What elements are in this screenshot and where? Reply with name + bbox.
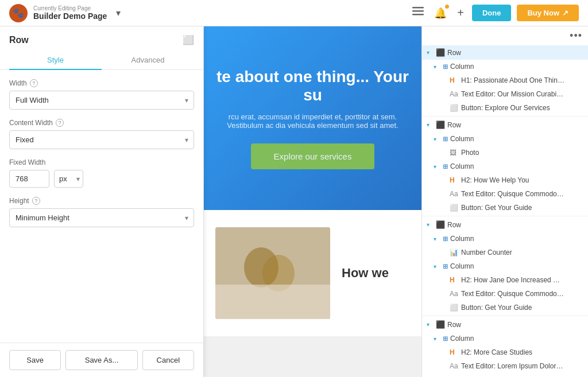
right-panel: ••• ▾ ⬛ Row ▾ ⊞ Column H H1: Passionate … [421,26,588,377]
unit-select[interactable]: px % em [54,170,83,188]
content-width-field-group: Content Width ? Fixed Full Width ▾ [9,119,194,149]
tree-label-text-2: Text Editor: Quisque Commodo Id Mi Non P… [461,190,564,198]
tree-label-col-2: Column [450,135,474,143]
tree-row-col-3[interactable]: ▾ ⊞ Column [422,160,588,173]
tree-row-photo-1[interactable]: 🖼 Photo [422,146,588,160]
logo-icon: 🐾 [9,4,28,22]
fixed-width-label: Fixed Width [9,158,194,166]
main-layout: Row ⬜ Style Advanced Width ? Full Width … [0,26,588,377]
hero-text: te about one thing... Your su [204,68,421,104]
page-dropdown-button[interactable]: ▾ [113,6,124,20]
tree-row-col-4[interactable]: ▾ ⊞ Column [422,232,588,246]
more-options-button[interactable]: ••• [570,30,582,42]
fixed-width-input[interactable] [9,170,49,188]
save-button[interactable]: Save [9,350,61,370]
buy-now-button[interactable]: Buy Now ↗ [517,5,579,21]
tree-row-col-5[interactable]: ▾ ⊞ Column [422,259,588,273]
content-width-select-wrapper: Fixed Full Width ▾ [9,130,194,149]
tree-row-counter[interactable]: 📊 Number Counter [422,246,588,259]
tree-row-h2-1[interactable]: H H2: How We Help You [422,173,588,187]
row-icon-3: ⬛ [436,220,445,229]
top-bar-right: 🔔 + Done Buy Now ↗ [410,4,579,22]
tree-row-text-4[interactable]: Aa Text Editor: Lorem Ipsum Dolor Sit Am… [422,359,588,373]
canvas-area: te about one thing... Your su rcu erat, … [204,26,421,377]
counter-icon: 📊 [450,248,459,256]
photo-icon: 🖼 [450,149,459,157]
tree-row-row-3[interactable]: ▾ ⬛ Row [422,217,588,232]
tree-row-h1-1[interactable]: H H1: Passionate About One Thing... Your… [422,73,588,87]
height-select[interactable]: Minimum Height Full Height Custom Height [9,208,194,227]
chevron-row-4: ▾ [427,321,434,328]
chevron-col-3: ▾ [434,164,440,170]
tree-row-text-2[interactable]: Aa Text Editor: Quisque Commodo Id Mi No… [422,187,588,201]
lower-text: How we [342,266,389,281]
layers-icon-button[interactable] [410,5,426,21]
panel-expand-button[interactable]: ⬜ [183,34,194,45]
tree-row-col-2[interactable]: ▾ ⊞ Column [422,132,588,146]
content-width-select[interactable]: Fixed Full Width [9,130,194,149]
tree-label-row-1: Row [447,49,461,57]
tree-row-col-1[interactable]: ▾ ⊞ Column [422,60,588,73]
height-select-wrapper: Minimum Height Full Height Custom Height… [9,208,194,227]
tree-row-btn-3[interactable]: ⬜ Button: Get Your Guide [422,301,588,314]
fixed-width-row: px % em ▾ [9,170,194,188]
tree-row-text-1[interactable]: Aa Text Editor: Our Mission Curabitur Ar… [422,87,588,101]
tree-label-col-6: Column [450,335,474,343]
height-field-group: Height ? Minimum Height Full Height Cust… [9,197,194,227]
tree-label-h2-3: H2: More Case Studies [461,348,532,356]
tree-label-row-4: Row [447,321,461,329]
tree-label-counter: Number Counter [461,248,512,256]
h2-icon-3: H [450,348,459,356]
lower-section: How we [204,210,421,336]
width-help-icon[interactable]: ? [30,79,38,87]
svg-rect-2 [412,14,424,15]
btn-icon-1: ⬜ [450,104,459,112]
col-icon-3: ⊞ [443,163,448,170]
width-label: Width ? [9,79,194,87]
tree-row-h2-2[interactable]: H H2: How Jane Doe Increased Site Conver… [422,273,588,287]
width-select[interactable]: Full Width Custom Width [9,91,194,110]
tree-row-row-1[interactable]: ▾ ⬛ Row [422,45,588,60]
save-as-button[interactable]: Save As... [65,350,137,370]
tree-row-col-6[interactable]: ▾ ⊞ Column [422,332,588,345]
tab-style[interactable]: Style [9,51,102,70]
col-icon-2: ⊞ [443,135,448,143]
tree-label-photo-1: Photo [461,149,479,157]
top-bar-left: 🐾 Currently Editing Page Builder Demo Pa… [9,4,124,22]
notifications-button[interactable]: 🔔 [432,5,449,22]
svg-rect-1 [412,10,424,12]
tree-label-btn-3: Button: Get Your Guide [461,304,532,312]
chevron-row-1: ▾ [427,49,434,56]
add-button[interactable]: + [455,4,466,22]
fixed-width-field-group: Fixed Width px % em ▾ [9,158,194,188]
row-icon-4: ⬛ [436,320,445,329]
chevron-col-4: ▾ [434,236,440,242]
height-label: Height ? [9,197,194,205]
done-button[interactable]: Done [472,5,512,21]
tree-label-col-1: Column [450,63,474,71]
chevron-row-2: ▾ [427,122,434,128]
col-icon-4: ⊞ [443,235,448,243]
tree-row-h2-3[interactable]: H H2: More Case Studies [422,345,588,359]
tree-label-col-3: Column [450,162,474,170]
tree-row-btn-2[interactable]: ⬜ Button: Get Your Guide [422,201,588,215]
tree-row-row-4[interactable]: ▾ ⬛ Row [422,317,588,332]
tree-row-text-3[interactable]: Aa Text Editor: Quisque Commodo Id Mi No… [422,287,588,301]
content-width-help-icon[interactable]: ? [56,119,64,127]
tree-row-row-2[interactable]: ▾ ⬛ Row [422,118,588,132]
chevron-col-5: ▾ [434,263,440,270]
cancel-button[interactable]: Cancel [142,350,194,370]
tree-label-h1-1: H1: Passionate About One Thing... Your S… [461,76,564,84]
text-icon-3: Aa [450,290,459,298]
page-name: Builder Demo Page [33,11,107,21]
title-group: Currently Editing Page Builder Demo Page [33,5,107,21]
chevron-col-2: ▾ [434,136,440,142]
tab-advanced[interactable]: Advanced [102,51,194,70]
btn-icon-3: ⬜ [450,304,459,312]
svg-rect-0 [412,7,424,9]
tree-label-row-2: Row [447,121,461,129]
right-panel-header: ••• [422,26,588,45]
height-help-icon[interactable]: ? [32,197,40,205]
hero-cta-button[interactable]: Explore our services [251,143,375,169]
tree-row-btn-1[interactable]: ⬜ Button: Explore Our Services [422,101,588,115]
